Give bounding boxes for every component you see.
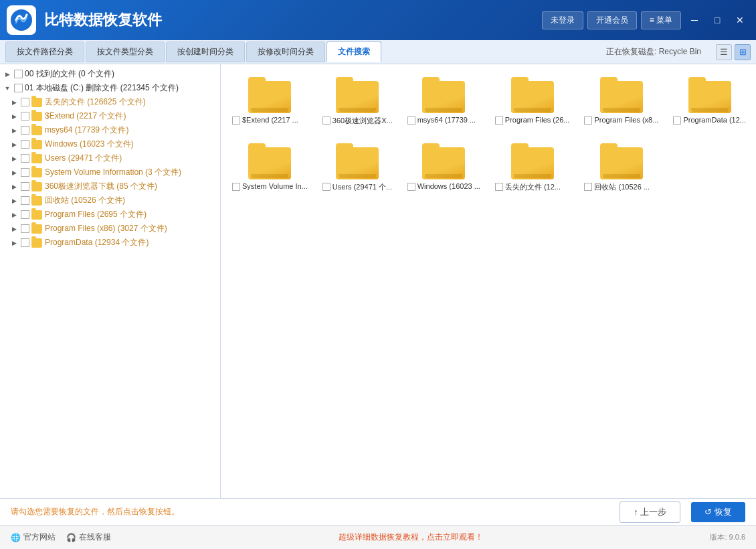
tree-label: 00 找到的文件 (0 个文件) bbox=[25, 68, 114, 80]
menu-button[interactable]: ≡ 菜单 bbox=[641, 11, 681, 29]
website-link[interactable]: 🌐 官方网站 bbox=[11, 532, 56, 543]
tree-checkbox[interactable] bbox=[14, 84, 23, 92]
support-label: 在线客服 bbox=[79, 532, 111, 543]
folder-icon bbox=[600, 77, 643, 113]
tab-create[interactable]: 按创建时间分类 bbox=[166, 42, 245, 62]
file-checkbox[interactable] bbox=[584, 183, 592, 191]
file-item[interactable]: System Volume In... bbox=[227, 137, 312, 198]
support-link[interactable]: 🎧 在线客服 bbox=[66, 532, 111, 543]
file-checkbox[interactable] bbox=[673, 116, 681, 125]
grid-view-button[interactable]: ⊞ bbox=[735, 44, 751, 60]
file-item[interactable]: msys64 (17739 ... bbox=[403, 71, 485, 132]
file-checkbox[interactable] bbox=[407, 116, 415, 125]
tree-checkbox[interactable] bbox=[21, 112, 29, 121]
file-checkbox[interactable] bbox=[495, 183, 503, 191]
file-name: Program Files (x8... bbox=[594, 116, 658, 124]
app-logo bbox=[7, 5, 36, 35]
tree-checkbox[interactable] bbox=[21, 224, 29, 233]
tab-bar: 按文件路径分类 按文件类型分类 按创建时间分类 按修改时间分类 文件搜索 正在恢… bbox=[0, 40, 756, 64]
folder-icon bbox=[248, 77, 291, 113]
tree-item-sysvolinfo[interactable]: ▶ System Volume Information (3 个文件) bbox=[0, 165, 220, 179]
folder-icon bbox=[31, 168, 42, 177]
close-button[interactable]: ✕ bbox=[731, 11, 749, 29]
tree-item-00[interactable]: ▶ 00 找到的文件 (0 个文件) bbox=[0, 67, 220, 81]
folder-icon bbox=[31, 140, 42, 149]
tree-item-programfiles[interactable]: ▶ Program Files (2695 个文件) bbox=[0, 208, 220, 222]
tree-checkbox[interactable] bbox=[21, 210, 29, 219]
file-item[interactable]: Program Files (x8... bbox=[579, 71, 663, 132]
tree-item-01[interactable]: ▼ 01 本地磁盘 (C:) 删除文件 (221345 个文件) bbox=[0, 81, 220, 95]
folder-icon bbox=[248, 143, 291, 179]
tab-modify[interactable]: 按修改时间分类 bbox=[246, 42, 325, 62]
file-grid: $Extend (2217 ...360极速浏览器X...msys64 (177… bbox=[221, 64, 756, 498]
tree-checkbox[interactable] bbox=[21, 168, 29, 177]
app-title: 比特数据恢复软件 bbox=[44, 10, 542, 30]
file-name: System Volume In... bbox=[242, 182, 308, 190]
sidebar-tree: ▶ 00 找到的文件 (0 个文件) ▼ 01 本地磁盘 (C:) 删除文件 (… bbox=[0, 64, 221, 498]
tree-item-programfilesx86[interactable]: ▶ Program Files (x86) (3027 个文件) bbox=[0, 222, 220, 236]
tree-label: ProgramData (12934 个文件) bbox=[45, 237, 149, 248]
file-item[interactable]: 丢失的文件 (12... bbox=[490, 137, 575, 198]
tree-item-extend[interactable]: ▶ $Extend (2217 个文件) bbox=[0, 109, 220, 123]
tree-label: 丢失的文件 (126625 个文件) bbox=[45, 96, 146, 108]
folder-icon bbox=[31, 126, 42, 135]
list-view-button[interactable]: ☰ bbox=[716, 44, 732, 60]
restore-button[interactable]: ↺ 恢复 bbox=[691, 502, 745, 522]
maximize-button[interactable]: □ bbox=[708, 11, 727, 29]
tree-label: Program Files (2695 个文件) bbox=[45, 209, 147, 220]
file-item[interactable]: Program Files (26... bbox=[490, 71, 575, 132]
tab-search[interactable]: 文件搜索 bbox=[326, 42, 381, 62]
file-checkbox[interactable] bbox=[495, 116, 503, 125]
login-button[interactable]: 未登录 bbox=[542, 11, 583, 29]
support-icon: 🎧 bbox=[66, 533, 76, 542]
file-checkbox[interactable] bbox=[322, 183, 330, 191]
tree-checkbox[interactable] bbox=[21, 98, 29, 106]
minimize-button[interactable]: ─ bbox=[685, 11, 704, 29]
expander-icon: ▶ bbox=[9, 140, 19, 149]
expander-icon: ▶ bbox=[9, 238, 19, 248]
file-item[interactable]: 360极速浏览器X... bbox=[318, 71, 397, 132]
tab-type[interactable]: 按文件类型分类 bbox=[86, 42, 165, 62]
file-item[interactable]: 回收站 (10526 ... bbox=[579, 137, 663, 198]
tree-item-lost[interactable]: ▶ 丢失的文件 (126625 个文件) bbox=[0, 95, 220, 109]
file-checkbox[interactable] bbox=[232, 183, 240, 191]
footer-promo[interactable]: 超级详细数据恢复教程，点击立即观看！ bbox=[111, 532, 710, 543]
folder-icon bbox=[688, 77, 731, 113]
tree-label: 回收站 (10526 个文件) bbox=[45, 195, 125, 206]
file-item[interactable]: Windows (16023 ... bbox=[403, 137, 485, 198]
folder-icon bbox=[31, 224, 42, 234]
tree-item-users[interactable]: ▶ Users (29471 个文件) bbox=[0, 151, 220, 165]
title-bar-controls: 未登录 开通会员 ≡ 菜单 ─ □ ✕ bbox=[542, 11, 749, 29]
file-checkbox[interactable] bbox=[584, 116, 592, 125]
tree-checkbox[interactable] bbox=[21, 126, 29, 135]
file-item[interactable]: ProgramData (12... bbox=[668, 71, 751, 132]
tree-item-windows[interactable]: ▶ Windows (16023 个文件) bbox=[0, 137, 220, 151]
file-checkbox[interactable] bbox=[322, 116, 330, 125]
tree-item-programdata[interactable]: ▶ ProgramData (12934 个文件) bbox=[0, 236, 220, 250]
folder-icon bbox=[600, 143, 643, 179]
file-checkbox[interactable] bbox=[407, 183, 415, 191]
tree-checkbox[interactable] bbox=[21, 238, 29, 247]
tree-checkbox[interactable] bbox=[21, 196, 29, 205]
expander-icon: ▶ bbox=[9, 154, 19, 163]
tree-label: 360极速浏览器下载 (85 个文件) bbox=[45, 181, 157, 192]
status-bar: 请勾选您需要恢复的文件，然后点击恢复按钮。 ↑ 上一步 ↺ 恢复 bbox=[0, 498, 756, 525]
tree-checkbox[interactable] bbox=[21, 154, 29, 163]
file-item[interactable]: $Extend (2217 ... bbox=[227, 71, 312, 132]
folder-icon bbox=[336, 143, 379, 179]
file-name: ProgramData (12... bbox=[683, 116, 746, 124]
tree-checkbox[interactable] bbox=[21, 140, 29, 149]
file-item[interactable]: Users (29471 个... bbox=[318, 137, 397, 198]
tab-path[interactable]: 按文件路径分类 bbox=[5, 42, 84, 62]
back-button[interactable]: ↑ 上一步 bbox=[620, 501, 680, 523]
file-name: 丢失的文件 (12... bbox=[505, 182, 561, 192]
file-name: $Extend (2217 ... bbox=[242, 116, 298, 124]
tree-item-recycle[interactable]: ▶ 回收站 (10526 个文件) bbox=[0, 193, 220, 208]
file-checkbox[interactable] bbox=[232, 116, 240, 125]
tree-checkbox[interactable] bbox=[21, 182, 29, 191]
tree-item-360[interactable]: ▶ 360极速浏览器下载 (85 个文件) bbox=[0, 179, 220, 193]
tree-checkbox[interactable] bbox=[14, 70, 23, 78]
member-button[interactable]: 开通会员 bbox=[587, 11, 637, 29]
tree-item-msys64[interactable]: ▶ msys64 (17739 个文件) bbox=[0, 123, 220, 137]
file-name: 360极速浏览器X... bbox=[333, 116, 393, 126]
